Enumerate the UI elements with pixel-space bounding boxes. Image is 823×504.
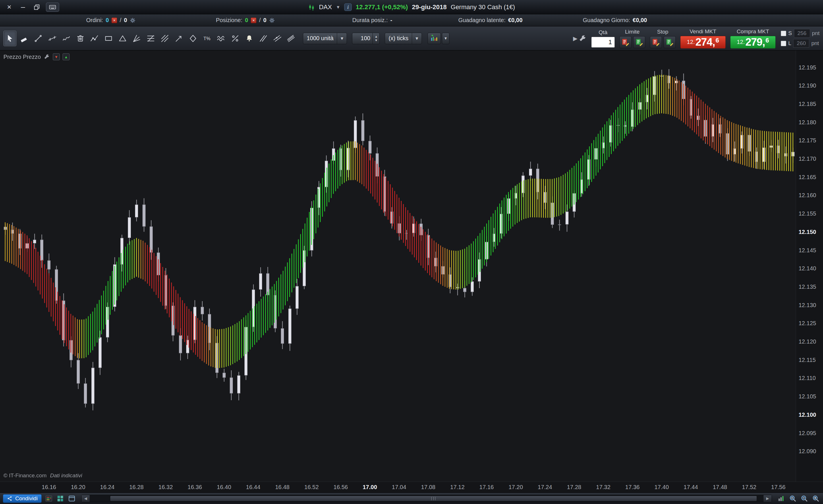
time-tick-label: 17.24 <box>538 484 552 491</box>
workspace-grid-icon[interactable] <box>56 494 64 503</box>
last-quote: 12.277,1 (+0,52%) <box>356 3 408 11</box>
chart-style-button[interactable] <box>428 33 441 44</box>
pane-expand-up-icon[interactable]: ▲ <box>62 53 69 60</box>
sell-market-button[interactable]: 12. 274, 6 <box>680 36 726 48</box>
price-tick-label: 12.115 <box>799 357 816 363</box>
rectangle-tool-icon[interactable] <box>102 31 115 46</box>
buy-price-decimal: 6 <box>766 37 769 44</box>
minimize-icon[interactable]: – <box>18 3 28 12</box>
buy-limit-button[interactable] <box>633 36 645 48</box>
quantity-header: Qtà <box>599 29 608 36</box>
trading-settings-wrench-icon[interactable] <box>579 33 587 44</box>
close-position-icon[interactable]: × <box>251 17 257 23</box>
triangle-tool-icon[interactable] <box>116 31 129 46</box>
sell-stop-button[interactable] <box>650 36 662 48</box>
svg-text:T%: T% <box>203 36 210 41</box>
buy-stop-button[interactable] <box>664 36 676 48</box>
scrollbar-thumb[interactable] <box>110 496 757 501</box>
pane-collapse-down-icon[interactable]: ▼ <box>53 53 60 60</box>
price-tick-label: 12.110 <box>799 375 816 381</box>
scroll-right-icon[interactable]: ▶ <box>764 495 772 502</box>
price-tick-label: 12.165 <box>799 174 816 180</box>
extended-line-tool-icon[interactable] <box>46 31 58 46</box>
timeframe-dropdown[interactable]: (x) ticks ▼ <box>385 33 422 44</box>
price-tick-label: 12.150 <box>799 229 816 235</box>
position-separator: / <box>259 17 261 24</box>
time-axis[interactable]: 16.1616.2016.2416.2816.3216.3616.4016.44… <box>0 482 823 493</box>
chart-style-dropdown-icon[interactable]: ▼ <box>442 33 449 44</box>
chart-scrollbar[interactable]: ◀ ▶ <box>81 495 772 502</box>
stepper-down-icon[interactable]: ▼ <box>373 38 379 42</box>
time-tick-label: 17.00 <box>363 484 377 491</box>
close-icon[interactable]: × <box>5 3 14 12</box>
auto-fit-chart-icon[interactable] <box>777 494 786 503</box>
orders-gear-icon[interactable] <box>130 17 136 23</box>
collapse-panel-icon[interactable]: ▶ <box>573 35 578 42</box>
waves-tool-icon[interactable] <box>214 31 227 46</box>
slanted-lines-tool-icon[interactable] <box>257 31 270 46</box>
orders-label: Ordini: <box>86 17 103 24</box>
zoom-in-icon[interactable] <box>812 494 820 503</box>
instrument-name[interactable]: DAX <box>319 3 332 11</box>
position-gear-icon[interactable] <box>269 17 275 23</box>
buy-market-button[interactable]: 12. 279, 6 <box>730 36 776 48</box>
watchlist-icon[interactable] <box>44 494 53 503</box>
text-percent-tool-icon[interactable]: T% <box>200 31 213 46</box>
time-tick-label: 16.32 <box>159 484 173 491</box>
alert-bell-tool-icon[interactable] <box>242 31 256 46</box>
stepper-up-icon[interactable]: ▲ <box>373 35 379 38</box>
restore-icon[interactable] <box>32 3 41 12</box>
regression-lines-tool-icon[interactable] <box>285 31 298 46</box>
chevron-down-icon[interactable]: ▼ <box>412 33 422 44</box>
long-stop-checkbox[interactable] <box>781 41 786 46</box>
rhombus-tool-icon[interactable] <box>186 31 199 46</box>
time-tick-label: 17.04 <box>392 484 406 491</box>
candlestick-ribbon-chart[interactable] <box>0 50 796 482</box>
fibonacci-tool-icon[interactable] <box>144 31 157 46</box>
keyboard-icon[interactable] <box>46 3 59 12</box>
orders-count2: 0 <box>124 17 127 24</box>
scroll-left-icon[interactable]: ◀ <box>81 495 90 502</box>
parallel-channel-tool-icon[interactable] <box>271 31 284 46</box>
instrument-info-icon[interactable]: i <box>344 3 352 11</box>
detached-window-icon[interactable] <box>67 494 76 503</box>
freehand-tool-icon[interactable] <box>60 31 73 46</box>
chart-area[interactable]: Prezzo Prezzo ▼ ▲ 12.19512.19012.18512.1… <box>0 50 823 493</box>
cancel-orders-icon[interactable]: × <box>112 17 117 23</box>
short-stop-unit: pnt <box>812 30 820 36</box>
scrollbar-track[interactable] <box>90 495 764 502</box>
price-tick-label: 12.180 <box>799 119 816 125</box>
zoom-selection-icon[interactable] <box>789 494 797 503</box>
cursor-tool-icon[interactable] <box>3 31 16 46</box>
polyline-tool-icon[interactable] <box>88 31 101 46</box>
time-tick-label: 17.48 <box>713 484 727 491</box>
fan-lines-tool-icon[interactable] <box>130 31 143 46</box>
pane-settings-wrench-icon[interactable] <box>44 54 50 60</box>
share-button[interactable]: Condividi <box>3 494 42 503</box>
price-tick-label: 12.135 <box>799 284 816 290</box>
chevron-down-icon[interactable]: ▼ <box>336 5 340 9</box>
eraser-tool-icon[interactable] <box>17 31 30 46</box>
price-tick-label: 12.155 <box>799 210 816 217</box>
duration-value: - <box>390 17 392 24</box>
sell-limit-button[interactable] <box>619 36 632 48</box>
gann-lines-tool-icon[interactable] <box>158 31 171 46</box>
short-stop-checkbox[interactable] <box>781 31 786 36</box>
percent-line-tool-icon[interactable] <box>228 31 241 46</box>
arrow-tool-icon[interactable] <box>172 31 185 46</box>
zoom-out-icon[interactable] <box>800 494 809 503</box>
mini-candles-icon <box>308 4 315 11</box>
units-dropdown[interactable]: 1000 unità ▼ <box>303 33 347 44</box>
bars-count-stepper[interactable]: 100 ▲▼ <box>352 33 380 44</box>
price-tick-label: 12.125 <box>799 320 816 326</box>
price-tick-label: 12.160 <box>799 192 816 198</box>
day-gain-group: Guadagno Giorno: €0,00 <box>583 17 647 24</box>
price-tick-label: 12.175 <box>799 137 816 144</box>
chevron-down-icon[interactable]: ▼ <box>337 33 347 44</box>
trendline-tool-icon[interactable] <box>32 31 44 46</box>
price-pane-header: Prezzo Prezzo ▼ ▲ <box>3 53 69 60</box>
price-axis[interactable]: 12.19512.19012.18512.18012.17512.17012.1… <box>796 50 823 482</box>
sell-price-prefix: 12. <box>687 39 695 45</box>
quantity-input[interactable] <box>591 37 615 48</box>
trash-tool-icon[interactable] <box>74 31 87 46</box>
